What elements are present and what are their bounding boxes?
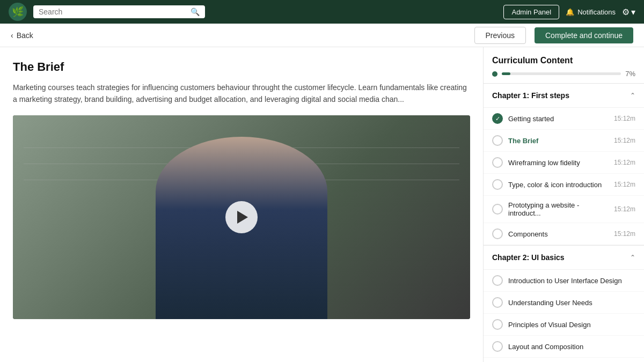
- chevron-down-icon: ▾: [631, 7, 635, 17]
- lesson-duration: 15:12m: [614, 181, 635, 188]
- lesson-item-l1[interactable]: ✓Getting started15:12m: [484, 108, 644, 130]
- video-player[interactable]: [13, 115, 470, 319]
- lesson-item-l8[interactable]: Understanding User Needs: [484, 292, 644, 314]
- sidebar-header: Curriculum Content 7%: [484, 47, 644, 84]
- lesson-item-l11[interactable]: Typography: [484, 358, 644, 362]
- chapter-title: Chapter 1: First steps: [492, 91, 569, 100]
- progress-dot: [492, 71, 497, 77]
- lesson-circle: [492, 135, 503, 146]
- previous-button[interactable]: Previous: [474, 27, 526, 44]
- lesson-description: Marketing courses teach strategies for i…: [13, 82, 470, 106]
- top-nav: 🌿 🔍 Admin Panel 🔔 Notifications ⚙ ▾: [0, 0, 644, 24]
- chapter-header-chapter1[interactable]: Chapter 1: First steps⌃: [484, 84, 644, 108]
- back-arrow-icon: ‹: [11, 31, 13, 40]
- lesson-circle: [492, 341, 503, 352]
- lesson-item-l6[interactable]: Components15:12m: [484, 223, 644, 245]
- lesson-name: Layout and Composition: [508, 343, 630, 351]
- chevron-up-icon: ⌃: [630, 92, 635, 99]
- lesson-circle: [492, 297, 503, 308]
- content-area: The Brief Marketing courses teach strate…: [0, 47, 483, 362]
- checkmark-icon: ✓: [495, 115, 500, 122]
- play-button[interactable]: [225, 201, 258, 233]
- lesson-duration: 15:12m: [614, 230, 635, 238]
- lesson-name: Components: [508, 230, 609, 238]
- lesson-circle: [492, 228, 503, 239]
- search-box[interactable]: 🔍: [33, 5, 205, 18]
- chapter-section-chapter2: Chapter 2: UI basics⌃Introduction to Use…: [484, 246, 644, 362]
- lesson-name: Introduction to User Interface Design: [508, 277, 630, 285]
- notifications-button[interactable]: 🔔 Notifications: [566, 8, 616, 16]
- complete-continue-button[interactable]: Complete and continue: [535, 27, 633, 43]
- lesson-name: Type, color & icon introduction: [508, 181, 609, 189]
- lesson-duration: 15:12m: [614, 137, 635, 144]
- lesson-item-l3[interactable]: Wireframing low fidelity15:12m: [484, 152, 644, 174]
- progress-bar-fill: [502, 72, 510, 75]
- lesson-item-l10[interactable]: Layout and Composition: [484, 336, 644, 358]
- progress-percent: 7%: [625, 70, 635, 78]
- bell-icon: 🔔: [566, 8, 574, 16]
- back-label: Back: [17, 31, 33, 40]
- chevron-up-icon: ⌃: [630, 254, 635, 261]
- play-icon: [237, 211, 248, 224]
- lesson-item-l4[interactable]: Type, color & icon introduction15:12m: [484, 174, 644, 196]
- sidebar-title: Curriculum Content: [492, 56, 635, 65]
- settings-button[interactable]: ⚙ ▾: [622, 7, 635, 17]
- lesson-circle: [492, 319, 503, 330]
- notifications-label: Notifications: [577, 8, 616, 16]
- chapters-container: Chapter 1: First steps⌃✓Getting started1…: [484, 84, 644, 362]
- lesson-circle: [492, 204, 503, 215]
- lesson-duration: 15:12m: [614, 115, 635, 122]
- lesson-title: The Brief: [13, 60, 470, 74]
- logo: 🌿: [9, 3, 27, 21]
- lesson-name: Getting started: [508, 115, 609, 123]
- search-icon: 🔍: [191, 8, 200, 16]
- lesson-item-l2[interactable]: The Brief15:12m: [484, 130, 644, 152]
- lesson-duration: 15:12m: [614, 159, 635, 166]
- lesson-done-icon: ✓: [492, 113, 503, 124]
- main-layout: The Brief Marketing courses teach strate…: [0, 47, 644, 362]
- sub-nav: ‹ Back Previous Complete and continue: [0, 24, 644, 47]
- sidebar: Curriculum Content 7% Chapter 1: First s…: [483, 47, 644, 362]
- lesson-circle: [492, 275, 503, 286]
- chapter-section-chapter1: Chapter 1: First steps⌃✓Getting started1…: [484, 84, 644, 246]
- lesson-name: The Brief: [508, 137, 609, 145]
- lesson-name: Wireframing low fidelity: [508, 159, 609, 167]
- progress-row: 7%: [492, 70, 635, 78]
- lesson-name: Understanding User Needs: [508, 299, 630, 307]
- lesson-item-l9[interactable]: Principles of Visual Design: [484, 314, 644, 336]
- gear-icon: ⚙: [622, 7, 630, 17]
- lesson-duration: 15:12m: [614, 205, 635, 213]
- admin-panel-button[interactable]: Admin Panel: [503, 5, 559, 19]
- back-button[interactable]: ‹ Back: [11, 31, 33, 40]
- lesson-item-l5[interactable]: Prototyping a website - introduct...15:1…: [484, 196, 644, 223]
- lesson-circle: [492, 157, 503, 168]
- chapter-title: Chapter 2: UI basics: [492, 253, 565, 262]
- lesson-item-l7[interactable]: Introduction to User Interface Design: [484, 270, 644, 292]
- chapter-header-chapter2[interactable]: Chapter 2: UI basics⌃: [484, 246, 644, 270]
- search-input[interactable]: [39, 8, 187, 16]
- lesson-circle: [492, 179, 503, 190]
- lesson-name: Prototyping a website - introduct...: [508, 201, 609, 217]
- logo-icon: 🌿: [12, 6, 24, 18]
- progress-bar-background: [502, 72, 621, 75]
- lesson-name: Principles of Visual Design: [508, 321, 630, 329]
